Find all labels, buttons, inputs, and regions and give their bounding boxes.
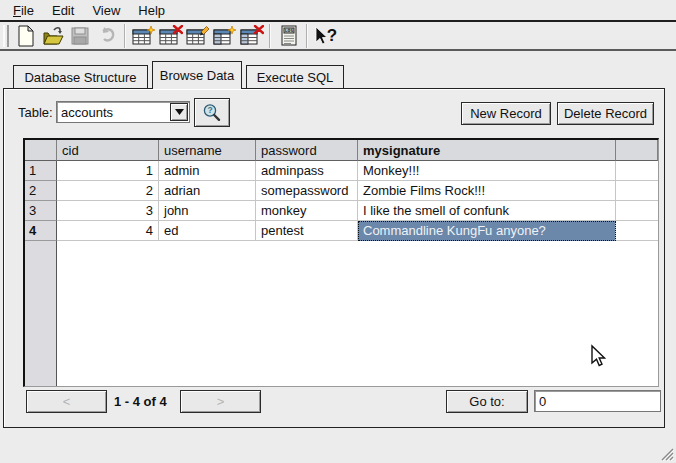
toolbar: LOG ? [0,22,676,51]
browse-data-panel: Table: accounts ? New Record Delete Reco… [3,88,665,428]
create-index-button[interactable] [211,23,238,49]
row-filler [616,161,658,181]
table-select-value: accounts [57,105,170,120]
next-page-button[interactable]: > [180,390,261,413]
goto-button[interactable]: Go to: [446,390,528,413]
svg-text:?: ? [207,105,212,115]
revert-changes-icon [96,26,118,46]
cell-cid[interactable]: 1 [57,161,159,181]
goto-record-input[interactable] [534,390,661,412]
resize-grip[interactable] [659,446,674,461]
delete-record-button[interactable]: Delete Record [557,102,654,125]
cell-cid[interactable]: 4 [57,221,159,241]
menu-file-mnemonic: F [13,3,21,18]
cell-mysignature[interactable]: Monkey!!! [358,161,616,181]
menu-edit[interactable]: Edit [43,1,83,20]
row-header[interactable]: 3 [25,201,57,221]
row-filler [616,181,658,201]
column-header-username[interactable]: username [159,140,256,161]
search-icon: ? [202,103,222,123]
new-record-button[interactable]: New Record [461,102,551,125]
toolbar-separator [306,24,308,48]
column-header-cid[interactable]: cid [57,140,159,161]
new-database-button[interactable] [12,23,39,49]
menu-file-rest: ile [21,3,34,18]
cell-password[interactable]: monkey [256,201,358,221]
cell-mysignature[interactable]: Zombie Films Rock!!! [358,181,616,201]
tab-execute-sql[interactable]: Execute SQL [246,65,344,89]
whats-this-button[interactable]: ? [312,23,339,49]
menu-bar: File Edit View Help [0,0,676,22]
toolbar-handle[interactable] [3,25,9,47]
open-database-button[interactable] [39,23,66,49]
toolbar-separator [269,24,271,48]
cell-username[interactable]: john [159,201,256,221]
delete-index-button[interactable] [238,23,265,49]
modify-table-icon [186,25,210,46]
chevron-down-icon[interactable] [170,103,188,121]
save-database-icon [70,26,90,46]
row-filler [616,221,658,241]
row-header[interactable]: 2 [25,181,57,201]
search-button[interactable]: ? [194,98,230,127]
log-icon: LOG [280,25,298,46]
cell-password[interactable]: pentest [256,221,358,241]
delete-table-icon [159,25,183,46]
grid-header-filler [616,140,658,161]
svg-text:?: ? [326,26,336,45]
record-range-text: 1 - 4 of 4 [114,394,167,409]
menu-file[interactable]: File [4,1,43,20]
grid-corner [25,140,57,161]
column-header-mysignature[interactable]: mysignature [358,140,616,161]
grid-body-filler [57,241,658,386]
cell-cid[interactable]: 3 [57,201,159,221]
row-header-current[interactable]: 4 [25,221,57,241]
sqlite-database-browser-window: { "menu_bar": { "file": { "mnemonic": "F… [0,0,676,463]
grid-gutter-filler [25,241,57,386]
column-header-password[interactable]: password [256,140,358,161]
svg-text:LOG: LOG [284,28,293,33]
cell-password[interactable]: adminpass [256,161,358,181]
modify-table-button[interactable] [184,23,211,49]
row-header[interactable]: 1 [25,161,57,181]
log-button[interactable]: LOG [275,23,302,49]
tab-database-structure[interactable]: Database Structure [13,65,148,89]
revert-changes-button[interactable] [93,23,120,49]
cell-username[interactable]: admin [159,161,256,181]
tab-browse-data[interactable]: Browse Data [152,61,242,89]
cell-username[interactable]: ed [159,221,256,241]
menu-help[interactable]: Help [129,1,174,20]
cell-mysignature[interactable]: I like the smell of confunk [358,201,616,221]
cell-cid[interactable]: 2 [57,181,159,201]
new-database-icon [16,25,36,47]
save-database-button[interactable] [66,23,93,49]
cell-username[interactable]: adrian [159,181,256,201]
prev-page-button[interactable]: < [26,390,107,413]
table-select[interactable]: accounts [56,101,190,123]
toolbar-separator [124,24,126,48]
create-table-button[interactable] [130,23,157,49]
delete-index-icon [240,25,264,46]
delete-table-button[interactable] [157,23,184,49]
table-label: Table: [18,105,53,120]
cell-password[interactable]: somepassword [256,181,358,201]
create-index-icon [213,25,237,46]
create-table-icon [132,25,156,46]
open-database-icon [42,25,64,47]
menu-view[interactable]: View [83,1,129,20]
data-grid: cid username password mysignature 1 1 ad… [23,138,659,387]
row-filler [616,201,658,221]
whats-this-icon: ? [313,25,339,47]
cell-mysignature-selected[interactable]: Commandline KungFu anyone? [358,221,616,241]
